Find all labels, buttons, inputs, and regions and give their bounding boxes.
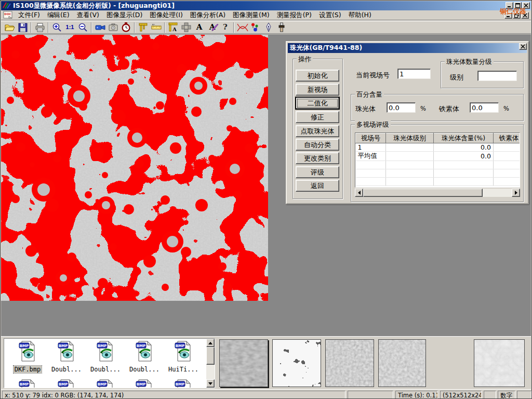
- menu-edit[interactable]: 编辑(E): [44, 10, 73, 21]
- vendor-watermark: 铜仁仪器: [500, 7, 526, 16]
- menu-file[interactable]: 文件(F): [15, 10, 44, 21]
- zoom-in-icon[interactable]: [50, 22, 63, 33]
- file-item[interactable]: BMP: [125, 379, 164, 388]
- video-camera-icon[interactable]: [94, 22, 107, 33]
- scroll-down-button[interactable]: [206, 379, 215, 388]
- table-row[interactable]: 1 0.0: [356, 143, 521, 152]
- toolbar-separator: [48, 22, 49, 33]
- application-window: IS100显微摄像系统(金相分析版) - [zhuguangti01] 铜仁仪器…: [0, 0, 532, 399]
- ruler-icon[interactable]: [150, 22, 163, 33]
- ferrite-label: 铁素体: [439, 104, 459, 114]
- file-item[interactable]: BMP: [86, 379, 125, 388]
- scrollbar-thumb[interactable]: [206, 347, 215, 365]
- preview-thumbnail[interactable]: [272, 339, 321, 387]
- toolbar-separator: [31, 22, 32, 33]
- menu-measure-report[interactable]: 测量报告(P): [273, 10, 315, 21]
- file-item[interactable]: BMP Doubl...: [86, 341, 125, 374]
- bmp-file-icon: BMP: [136, 341, 153, 362]
- bmp-file-icon: BMP: [97, 379, 114, 388]
- metallograph-image[interactable]: [1, 35, 268, 301]
- brush-tool-icon[interactable]: [275, 22, 288, 33]
- open-icon[interactable]: [3, 22, 16, 33]
- file-list-scrollbar[interactable]: [206, 339, 215, 388]
- scroll-up-button[interactable]: [206, 339, 215, 347]
- help-icon[interactable]: ?: [219, 22, 232, 33]
- rate-button[interactable]: 评级: [296, 166, 339, 178]
- menu-image-display[interactable]: 图像显示(D): [103, 10, 146, 21]
- annotate-icon[interactable]: A: [206, 22, 219, 33]
- menu-image-analysis[interactable]: 图像分析(A): [187, 10, 229, 21]
- svg-text:BMP: BMP: [98, 344, 107, 348]
- table-row[interactable]: 平均值 0.0: [356, 152, 521, 161]
- menu-image-processing[interactable]: 图像处理(I): [146, 10, 186, 21]
- scrollbar-thumb[interactable]: [363, 189, 483, 197]
- toolbar: 1:1 A A A: [1, 21, 531, 34]
- new-field-button[interactable]: 新视场: [296, 84, 339, 96]
- toolbar-separator: [134, 22, 135, 33]
- actual-size-icon[interactable]: 1:1: [63, 22, 76, 33]
- column-header-ferrite[interactable]: 铁素体: [494, 134, 521, 143]
- file-item[interactable]: BMP: [8, 379, 47, 388]
- file-item[interactable]: BMP Doubl...: [125, 341, 164, 374]
- menu-settings[interactable]: 设置(S): [315, 10, 345, 21]
- correct-button[interactable]: 修正: [296, 111, 339, 123]
- cell-content: 0.0: [434, 143, 494, 152]
- timer-clock-icon[interactable]: [119, 22, 132, 33]
- pearlite-percent-input[interactable]: [387, 102, 416, 113]
- scroll-right-button[interactable]: [512, 189, 520, 197]
- binarize-button[interactable]: 二值化: [296, 97, 339, 109]
- curve-cut-icon[interactable]: [236, 22, 249, 33]
- grid-tool-icon[interactable]: [180, 22, 193, 33]
- preview-thumbnail[interactable]: [325, 339, 374, 387]
- save-icon[interactable]: [16, 22, 29, 33]
- return-button[interactable]: 返回: [296, 180, 339, 192]
- status-dimensions: (512x512x24): [440, 391, 482, 399]
- svg-text:BMP: BMP: [59, 344, 68, 348]
- pen-tool-icon[interactable]: [262, 22, 275, 33]
- menu-image-measure[interactable]: 图像测量(M): [229, 10, 273, 21]
- file-item[interactable]: BMP DKF.bmp: [8, 341, 47, 374]
- menu-help[interactable]: 帮助(H): [345, 10, 375, 21]
- phase-mark-icon[interactable]: [249, 22, 262, 33]
- zoom-out-icon[interactable]: [76, 22, 89, 33]
- capture-camera-icon[interactable]: [107, 22, 119, 33]
- scroll-left-button[interactable]: [355, 189, 363, 197]
- level-input[interactable]: [477, 71, 517, 81]
- measure-text-icon[interactable]: A: [167, 22, 180, 33]
- percent-group-label: 百分含量: [355, 90, 384, 99]
- preview-thumbnail[interactable]: [378, 339, 426, 387]
- table-row: [356, 169, 521, 178]
- file-item[interactable]: BMP: [164, 379, 203, 388]
- status-bar: x: 510 y: 79 idx: 0 RGB: (174, 174, 174)…: [1, 389, 531, 399]
- pick-pearlite-button[interactable]: 点取珠光体: [296, 125, 339, 137]
- text-tool-icon[interactable]: A: [193, 22, 206, 33]
- metallograph-svg: [1, 35, 268, 301]
- auto-classify-button[interactable]: 自动分类: [296, 139, 339, 151]
- file-item[interactable]: BMP Doubl...: [47, 341, 86, 374]
- menu-view[interactable]: 查看(V): [73, 10, 103, 21]
- dialog-title-bar[interactable]: 珠光体(GB/T9441-88): [288, 43, 527, 53]
- svg-text:BMP: BMP: [176, 382, 184, 387]
- table-horizontal-scrollbar[interactable]: [355, 189, 520, 197]
- svg-text:BMP: BMP: [137, 344, 145, 348]
- table-row: [356, 178, 521, 186]
- column-header-content[interactable]: 珠光体含量(%): [434, 134, 494, 143]
- file-name: Doubl...: [128, 366, 161, 373]
- column-header-field[interactable]: 视场号: [356, 134, 386, 143]
- status-empty: [484, 391, 496, 399]
- initialize-button[interactable]: 初始化: [296, 70, 339, 82]
- change-class-button[interactable]: 更改类别: [296, 152, 339, 164]
- dialog-title: 珠光体(GB/T9441-88): [290, 44, 362, 52]
- dialog-close-button[interactable]: [519, 43, 527, 50]
- preview-thumbnail[interactable]: [474, 339, 525, 387]
- preview-thumbnail[interactable]: [219, 339, 268, 387]
- file-item[interactable]: BMP: [47, 379, 86, 388]
- toolbar-separator: [91, 22, 92, 33]
- current-field-input[interactable]: [397, 69, 431, 79]
- bmp-file-icon: BMP: [175, 341, 192, 362]
- file-item[interactable]: BMP HuiTi...: [164, 341, 203, 374]
- print-icon[interactable]: [33, 22, 46, 33]
- ferrite-percent-input[interactable]: [470, 102, 499, 113]
- column-header-level[interactable]: 珠光体级别: [386, 134, 434, 143]
- caliper-icon[interactable]: [137, 22, 150, 33]
